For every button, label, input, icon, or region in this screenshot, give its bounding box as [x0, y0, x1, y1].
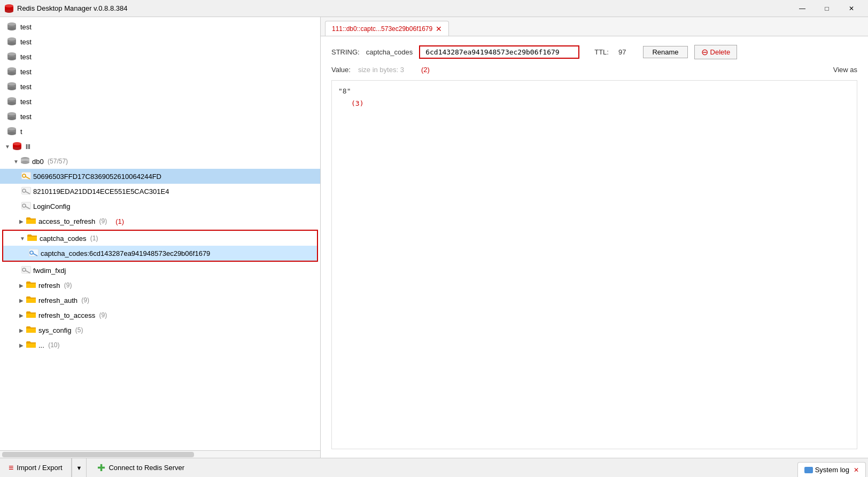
tree-label-lll: lll [26, 143, 30, 151]
tree-item-key1[interactable]: 50696503FFD17C8369052610064244FD [0, 169, 320, 184]
server-icon [6, 81, 17, 92]
tree-item-test5[interactable]: test [0, 79, 320, 94]
server-icon [6, 126, 17, 137]
svg-point-25 [7, 127, 16, 130]
tree-toggle-refresh[interactable]: ▶ [17, 283, 26, 288]
tree-item-t[interactable]: t [0, 124, 320, 139]
connect-to-redis-button[interactable]: ✚ Connect to Redis Server [87, 458, 195, 477]
svg-point-4 [7, 22, 16, 26]
key-icon-1 [21, 171, 31, 182]
tree-toggle-captcha[interactable]: ▼ [18, 236, 27, 241]
tree-label-refresh-auth: refresh_auth [38, 296, 78, 304]
tree-item-key2[interactable]: 8210119EDA21DD14ECE551E5CAC301E4 [0, 184, 320, 199]
folder-icon-refresh-to-access [26, 310, 36, 320]
main-container: test test test [0, 17, 868, 477]
minimize-button[interactable]: — [790, 0, 815, 17]
tree-label: test [20, 53, 32, 61]
value-label: Value: [331, 66, 351, 74]
plus-icon: ✚ [97, 462, 105, 474]
maximize-button[interactable]: □ [815, 0, 839, 17]
tree-item-loginconfig[interactable]: LoginConfig [0, 199, 320, 214]
tab-close-icon[interactable]: ✕ [436, 25, 442, 33]
tree-item-fwdim[interactable]: fwdim_fxdj [0, 263, 320, 278]
tree-label: test [20, 98, 32, 106]
svg-point-32 [21, 161, 29, 164]
key-detail: STRING: captcha_codes 6cd143287ea9419485… [321, 36, 868, 458]
svg-rect-42 [22, 202, 30, 209]
tree-item-db0[interactable]: ▼ db0 (57/57) [0, 154, 320, 169]
tree-item-captcha-codes[interactable]: ▼ captcha_codes (1) [3, 231, 317, 246]
system-log-tab[interactable]: System log ✕ [797, 462, 866, 477]
import-export-label: Import / Export [17, 464, 62, 472]
tree-item-test6[interactable]: test [0, 94, 320, 109]
folder-icon-sys-config [26, 325, 36, 335]
value-annotation-3: (3) [351, 99, 363, 107]
tree-label: t [20, 128, 22, 136]
svg-point-7 [7, 37, 16, 41]
system-log-area: System log ✕ [797, 458, 868, 477]
value-annotation-3-container: (3) [351, 99, 850, 107]
tree-item-test1[interactable]: test [0, 19, 320, 34]
value-content[interactable]: "8" (3) [331, 80, 857, 449]
tree-toggle-sys-config[interactable]: ▶ [17, 327, 26, 333]
title-bar: Redis Desktop Manager v.0.8.8.384 — □ ✕ [0, 0, 868, 17]
server-icon [6, 21, 17, 33]
tree-item-refresh-to-access[interactable]: ▶ refresh_to_access (9) [0, 308, 320, 323]
tree-item-test2[interactable]: test [0, 34, 320, 49]
delete-icon: ⊖ [701, 47, 708, 57]
tree-item-test3[interactable]: test [0, 49, 320, 64]
tree-item-access-to-refresh[interactable]: ▶ access_to_refresh (9) (1) [0, 214, 320, 229]
svg-point-29 [13, 147, 21, 150]
svg-point-23 [7, 117, 16, 120]
svg-point-20 [7, 102, 16, 105]
import-export-button[interactable]: ≡ Import / Export [0, 458, 72, 477]
monitor-icon [804, 467, 813, 473]
hamburger-icon: ≡ [9, 463, 13, 473]
tree-label-refresh-to-access: refresh_to_access [38, 311, 95, 319]
server-icon [6, 111, 17, 122]
server-icon [6, 36, 17, 48]
server-icon [6, 51, 17, 62]
tree-item-refresh-auth[interactable]: ▶ refresh_auth (9) [0, 293, 320, 308]
database-icon [20, 157, 30, 167]
tree-item-lll[interactable]: ▼ lll [0, 139, 320, 154]
tree-toggle-refresh-auth[interactable]: ▶ [17, 298, 26, 303]
tree-label-captcha: captcha_codes [40, 234, 86, 243]
svg-point-22 [7, 112, 16, 115]
tree-label-key2: 8210119EDA21DD14ECE551E5CAC301E4 [33, 187, 169, 196]
folder-icon-more [26, 340, 36, 350]
view-as-label: View as [833, 66, 857, 74]
tree-toggle-more[interactable]: ▶ [17, 342, 26, 348]
tab-label: 111::db0::captc...573ec29b06f1679 [332, 25, 432, 33]
tree-toggle-access[interactable]: ▶ [17, 218, 26, 224]
system-log-close-icon[interactable]: ✕ [854, 466, 859, 474]
tree-toggle-refresh-to-access[interactable]: ▶ [17, 312, 26, 318]
svg-rect-38 [22, 187, 30, 194]
tree-count-db0: (57/57) [46, 158, 68, 165]
key-tab[interactable]: 111::db0::captc...573ec29b06f1679 ✕ [325, 21, 449, 36]
key-icon-2 [21, 186, 31, 197]
close-button[interactable]: ✕ [839, 0, 864, 17]
tree-toggle-lll[interactable]: ▼ [3, 144, 12, 150]
rename-button[interactable]: Rename [643, 46, 687, 58]
svg-rect-46 [29, 249, 38, 256]
horizontal-scrollbar[interactable] [0, 450, 320, 458]
tree-item-more[interactable]: ▶ ... (10) [0, 338, 320, 353]
title-bar-controls: — □ ✕ [790, 0, 864, 17]
system-log-label: System log [815, 466, 849, 474]
tree-container[interactable]: test test test [0, 17, 320, 450]
tree-label: test [20, 83, 32, 91]
tree-toggle-db0[interactable]: ▼ [12, 159, 20, 165]
redis-icon [4, 4, 14, 13]
tree-label: test [20, 23, 32, 31]
tree-item-refresh[interactable]: ▶ refresh (9) [0, 278, 320, 293]
value-content-text: "8" [338, 87, 351, 95]
import-export-arrow-button[interactable]: ▼ [72, 458, 87, 477]
content-area: test test test [0, 17, 868, 458]
key-name-right-text: 6cd143287ea941948573ec29b06f1679 [425, 48, 559, 56]
tree-item-test7[interactable]: test [0, 109, 320, 124]
tree-item-test4[interactable]: test [0, 64, 320, 79]
tree-item-sys-config[interactable]: ▶ sys_config (5) [0, 323, 320, 338]
delete-button[interactable]: ⊖ Delete [694, 45, 738, 59]
tree-item-captcha-key[interactable]: captcha_codes:6cd143287ea941948573ec29b0… [3, 246, 317, 261]
